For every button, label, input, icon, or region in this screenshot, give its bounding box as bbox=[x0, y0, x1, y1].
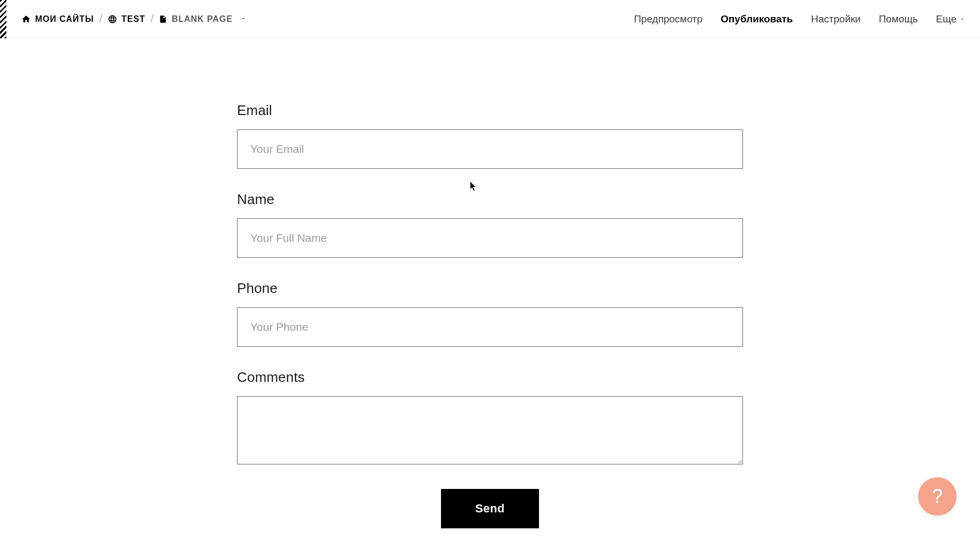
form-group-phone: Phone bbox=[237, 280, 743, 347]
label-email: Email bbox=[237, 102, 743, 119]
top-menu: Предпросмотр Опубликовать Настройки Помо… bbox=[634, 13, 965, 25]
breadcrumb-separator: / bbox=[99, 13, 102, 25]
nav-more-label: Еще bbox=[936, 13, 957, 25]
breadcrumb: МОИ САЙТЫ / TEST / BLANK PAGE bbox=[21, 13, 247, 25]
form-group-name: Name bbox=[237, 191, 743, 258]
nav-more[interactable]: Еще bbox=[936, 13, 965, 25]
editor-canvas: Email Name Phone Comments Send bbox=[0, 38, 980, 528]
top-bar: МОИ САЙТЫ / TEST / BLANK PAGE Предпросмо… bbox=[0, 0, 980, 38]
page-icon bbox=[159, 15, 167, 23]
home-icon bbox=[21, 14, 31, 24]
nav-preview[interactable]: Предпросмотр bbox=[634, 13, 703, 25]
breadcrumb-page-label: BLANK PAGE bbox=[172, 14, 233, 24]
chevron-down-icon bbox=[240, 14, 247, 24]
email-field[interactable] bbox=[237, 129, 743, 169]
breadcrumb-separator: / bbox=[151, 13, 154, 25]
phone-field[interactable] bbox=[237, 307, 743, 347]
breadcrumb-site-label: TEST bbox=[121, 14, 145, 24]
form-group-comments: Comments bbox=[237, 369, 743, 467]
breadcrumb-page[interactable]: BLANK PAGE bbox=[159, 14, 247, 24]
globe-icon bbox=[108, 14, 117, 24]
name-field[interactable] bbox=[237, 218, 743, 258]
nav-help[interactable]: Помощь bbox=[879, 13, 918, 25]
breadcrumb-site[interactable]: TEST bbox=[108, 14, 145, 24]
nav-settings[interactable]: Настройки bbox=[811, 13, 861, 25]
label-phone: Phone bbox=[237, 280, 743, 297]
breadcrumb-home-label: МОИ САЙТЫ bbox=[35, 14, 94, 24]
form-actions: Send bbox=[237, 489, 743, 528]
label-name: Name bbox=[237, 191, 743, 208]
label-comments: Comments bbox=[237, 369, 743, 386]
chevron-down-icon bbox=[960, 17, 965, 22]
question-mark-icon: ? bbox=[932, 485, 943, 508]
contact-form: Email Name Phone Comments Send bbox=[237, 102, 743, 528]
send-button[interactable]: Send bbox=[441, 489, 538, 528]
form-group-email: Email bbox=[237, 102, 743, 169]
comments-field[interactable] bbox=[237, 396, 743, 464]
help-fab[interactable]: ? bbox=[918, 477, 957, 516]
breadcrumb-home[interactable]: МОИ САЙТЫ bbox=[21, 14, 94, 24]
nav-publish[interactable]: Опубликовать bbox=[721, 13, 793, 25]
brand-logo-strip bbox=[0, 0, 6, 38]
